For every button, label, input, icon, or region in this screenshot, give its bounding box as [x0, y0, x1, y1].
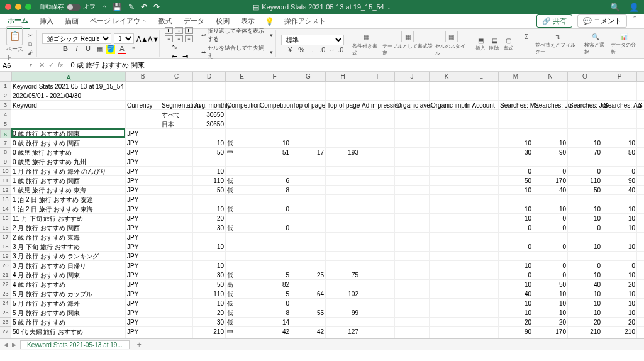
cell[interactable] [602, 91, 637, 100]
row-header[interactable]: 19 [0, 252, 11, 261]
cell[interactable] [430, 289, 464, 298]
chevron-down-icon[interactable]: ⌄ [387, 4, 391, 10]
cell[interactable] [464, 327, 499, 336]
cell[interactable] [533, 195, 568, 204]
font-color-icon[interactable]: A [118, 45, 126, 54]
cell[interactable] [360, 280, 395, 289]
cell[interactable] [499, 119, 533, 128]
cell[interactable] [226, 242, 258, 251]
cell[interactable] [360, 327, 395, 336]
cell[interactable] [430, 157, 464, 166]
cell[interactable] [326, 119, 360, 128]
cell[interactable] [464, 138, 499, 147]
cell[interactable] [360, 204, 395, 213]
cell[interactable]: すべて [160, 110, 193, 119]
cell[interactable] [464, 91, 499, 100]
cell[interactable]: 0 [533, 242, 568, 251]
cell[interactable] [464, 289, 499, 298]
cell[interactable] [395, 148, 430, 157]
cell[interactable] [160, 308, 193, 317]
cell[interactable]: 日本 [160, 119, 193, 128]
row-header[interactable]: 21 [0, 270, 11, 280]
cell[interactable] [499, 82, 533, 91]
cell[interactable] [11, 110, 126, 119]
cell[interactable] [360, 195, 395, 204]
cell[interactable] [258, 261, 291, 270]
cell[interactable] [499, 195, 533, 204]
align-right-icon[interactable]: ≡ [185, 35, 193, 42]
align-top-icon[interactable]: ⬆ [165, 27, 173, 34]
cell[interactable] [291, 110, 326, 119]
cell[interactable]: 低 [226, 270, 258, 279]
tab-formulas[interactable]: 数式 [157, 14, 174, 28]
cancel-formula-icon[interactable]: ✕ [39, 61, 45, 69]
row-header[interactable]: 10 [0, 167, 11, 176]
cell[interactable] [395, 195, 430, 204]
cell[interactable] [291, 186, 326, 194]
cell[interactable]: 10 [533, 299, 568, 308]
cell[interactable]: 75 [326, 270, 360, 279]
cell[interactable] [360, 242, 395, 251]
cell[interactable]: 低 [226, 289, 258, 298]
cell[interactable]: 10 [602, 242, 637, 251]
cell[interactable] [160, 157, 193, 166]
cell[interactable] [11, 119, 126, 128]
cell[interactable] [291, 129, 326, 138]
name-box[interactable]: A6 ▾ [0, 62, 35, 69]
cell[interactable] [291, 261, 326, 270]
cell[interactable] [193, 252, 226, 260]
row-header[interactable]: 1 [0, 82, 11, 91]
cell[interactable]: 10 [568, 214, 602, 223]
cell[interactable] [464, 129, 499, 138]
cut-icon[interactable]: ✂ [28, 32, 34, 39]
cell[interactable]: 0 [499, 223, 533, 232]
underline-icon[interactable]: U [84, 45, 92, 54]
phonetic-icon[interactable]: ᵃ [129, 45, 138, 54]
cell[interactable]: 2 月 旅行 おすすめ 関西 [11, 223, 126, 232]
cell[interactable]: 低 [226, 204, 258, 213]
cell[interactable] [326, 252, 360, 260]
cell[interactable] [193, 129, 226, 138]
cell[interactable] [360, 148, 395, 157]
cell[interactable] [360, 270, 395, 279]
cell[interactable]: 10 [568, 289, 602, 298]
number-format-select[interactable]: 標準 [281, 35, 344, 45]
cell[interactable]: JPY [126, 176, 160, 185]
cell[interactable] [360, 308, 395, 317]
col-header-A[interactable]: A [11, 72, 126, 81]
cell[interactable] [126, 110, 160, 119]
tab-draw[interactable]: 描画 [64, 14, 80, 28]
cell[interactable]: 210 [193, 327, 226, 336]
cell[interactable]: 20 [533, 318, 568, 326]
cell[interactable] [499, 110, 533, 119]
cell[interactable] [326, 110, 360, 119]
share-button[interactable]: 🔗 共有 [536, 14, 572, 28]
cell[interactable] [430, 195, 464, 204]
cell[interactable] [326, 242, 360, 251]
cell[interactable] [464, 280, 499, 289]
cell[interactable] [360, 157, 395, 166]
cell[interactable] [258, 119, 291, 128]
cell[interactable] [395, 110, 430, 119]
cell[interactable] [430, 110, 464, 119]
cell[interactable] [360, 186, 395, 194]
cell[interactable]: 10 [499, 214, 533, 223]
cell[interactable]: 10 [568, 204, 602, 213]
copy-icon[interactable]: ⧉ [28, 40, 34, 48]
cell[interactable] [395, 223, 430, 232]
cell[interactable]: 低 [226, 223, 258, 232]
cell[interactable] [464, 252, 499, 260]
cell[interactable]: 0 [533, 223, 568, 232]
cell[interactable] [291, 195, 326, 204]
toggle-icon[interactable] [67, 4, 80, 11]
cell-style-button[interactable]: ▦セルのスタイル [435, 31, 467, 57]
cell[interactable]: 14 [258, 318, 291, 326]
cell[interactable]: 6 [258, 176, 291, 185]
border-icon[interactable]: ▦ [95, 45, 104, 54]
cell[interactable] [430, 327, 464, 336]
prev-sheet-icon[interactable]: ◀ [4, 342, 8, 348]
cell[interactable] [160, 176, 193, 185]
cell[interactable] [160, 280, 193, 289]
delete-cells-button[interactable]: ⬓削除 [489, 36, 499, 52]
redo-icon[interactable]: ↷ [153, 3, 160, 11]
